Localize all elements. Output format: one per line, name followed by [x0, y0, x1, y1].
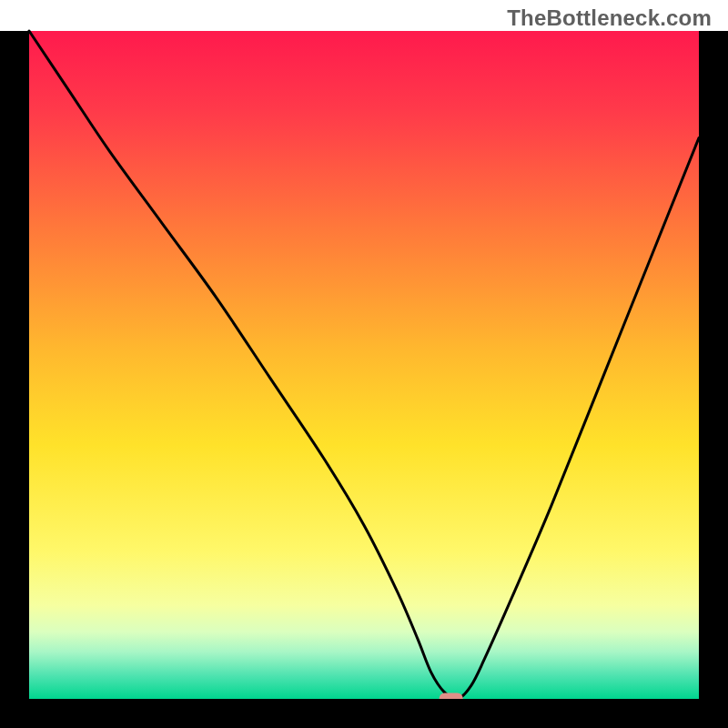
plot-area	[29, 31, 699, 699]
frame-right	[699, 31, 728, 728]
watermark: TheBottleneck.com	[507, 5, 712, 31]
chart-container: TheBottleneck.com	[0, 0, 728, 728]
frame-bottom	[0, 699, 728, 728]
bottleneck-chart	[0, 0, 728, 728]
frame-left	[0, 31, 29, 728]
